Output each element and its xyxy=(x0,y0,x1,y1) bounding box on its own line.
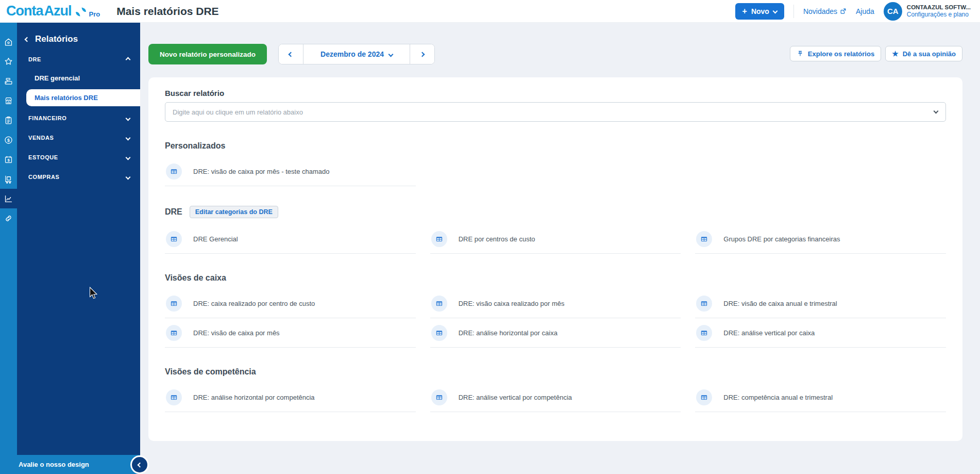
explore-reports-button[interactable]: Explore os relatórios xyxy=(790,46,881,61)
report-item[interactable]: DRE: análise horizontal por competência xyxy=(165,383,416,412)
top-header: Conta Azul Pro Mais relatórios DRE + Nov… xyxy=(0,0,980,23)
rail-star-icon[interactable] xyxy=(0,52,17,71)
period-label: Dezembro de 2024 xyxy=(320,50,384,58)
sidebar-title: Relatórios xyxy=(35,34,78,44)
report-section: Visões de caixa DRE: caixa realizado por… xyxy=(165,273,946,348)
avatar[interactable]: CA xyxy=(884,2,902,21)
svg-text:$: $ xyxy=(7,158,10,162)
report-item-label: DRE: competência anual e trimestral xyxy=(723,394,833,401)
sidebar: Relatórios DRE DRE gerencial Mais relató… xyxy=(17,23,140,474)
leaf-icon xyxy=(75,6,87,18)
report-item[interactable]: DRE por centros de custo xyxy=(430,224,681,254)
svg-text:$: $ xyxy=(7,137,10,142)
chevron-down-icon xyxy=(126,155,131,160)
star-icon: ★ xyxy=(892,50,899,58)
sidebar-group-estoque[interactable]: ESTOQUE xyxy=(17,148,140,167)
rail-clipboard-icon[interactable] xyxy=(0,110,17,130)
period-prev-button[interactable] xyxy=(279,44,303,64)
sidebar-item-mais-relatorios-dre[interactable]: Mais relatórios DRE xyxy=(26,89,140,106)
report-item[interactable]: DRE: visão de caixa anual e trimestral xyxy=(695,289,946,318)
account-name: CONTAAZUL SOFTW... xyxy=(907,4,971,11)
section-title: DRE xyxy=(165,207,182,217)
table-icon xyxy=(431,296,447,312)
rail-cart-icon[interactable] xyxy=(0,169,17,189)
rail-chart-icon[interactable] xyxy=(0,189,17,208)
report-items-grid: DRE: visão de caixa por mês - teste cham… xyxy=(165,157,946,186)
report-items-grid: DRE: análise horizontal por competência … xyxy=(165,383,946,412)
rail-link-icon[interactable] xyxy=(0,208,17,228)
header-divider xyxy=(793,5,794,18)
report-item[interactable]: DRE: visão caixa realizado por mês xyxy=(430,289,681,318)
report-item[interactable]: DRE: competência anual e trimestral xyxy=(695,383,946,412)
search-input[interactable] xyxy=(165,102,946,122)
new-custom-report-button[interactable]: Novo relatório personalizado xyxy=(148,44,267,64)
report-items-grid: DRE: caixa realizado por centro de custo… xyxy=(165,289,946,348)
novidades-link[interactable]: Novidades xyxy=(803,7,847,15)
report-item[interactable]: DRE: análise vertical por caixa xyxy=(695,318,946,348)
reports-card: Buscar relatório Personalizados DRE: vis… xyxy=(148,77,962,441)
sidebar-group-vendas[interactable]: VENDAS xyxy=(17,128,140,148)
table-icon xyxy=(166,389,182,405)
report-item-label: DRE por centros de custo xyxy=(459,235,535,243)
design-feedback-bar[interactable]: Avalie o nosso design xyxy=(0,455,140,474)
chevron-left-icon xyxy=(25,37,30,42)
report-item-label: DRE: visão de caixa por mês xyxy=(193,329,280,337)
rail-store-icon[interactable] xyxy=(0,91,17,110)
novo-button[interactable]: + Novo xyxy=(735,3,784,20)
ajuda-link[interactable]: Ajuda xyxy=(856,7,874,15)
report-item[interactable]: DRE Gerencial xyxy=(165,224,416,254)
sidebar-group-financeiro[interactable]: FINANCEIRO xyxy=(17,108,140,128)
rail-dollar-circle-icon[interactable]: $ xyxy=(0,130,17,150)
table-icon xyxy=(166,296,182,312)
sidebar-group-compras[interactable]: COMPRAS xyxy=(17,167,140,187)
chevron-down-icon xyxy=(126,174,131,179)
design-feedback-label: Avalie o nosso design xyxy=(19,461,89,468)
table-icon xyxy=(696,296,712,312)
period-dropdown[interactable]: Dezembro de 2024 xyxy=(303,44,410,64)
feedback-button[interactable]: ★ Dê a sua opinião xyxy=(885,46,962,61)
rail-cash-register-icon[interactable] xyxy=(0,71,17,91)
section-title: Personalizados xyxy=(165,141,225,151)
search-label: Buscar relatório xyxy=(165,89,946,97)
report-item[interactable]: Grupos DRE por categorias financeiras xyxy=(695,224,946,254)
report-section: Personalizados DRE: visão de caixa por m… xyxy=(165,141,946,186)
report-item-label: Grupos DRE por categorias financeiras xyxy=(723,235,840,243)
account-settings-link[interactable]: Configurações e plano xyxy=(907,11,971,19)
table-icon xyxy=(431,231,447,247)
sidebar-item-dre-gerencial[interactable]: DRE gerencial xyxy=(17,69,140,87)
report-section: DRE Editar categorias do DRE DRE Gerenci… xyxy=(165,206,946,254)
report-item-label: DRE: visão caixa realizado por mês xyxy=(459,300,565,307)
table-icon xyxy=(166,325,182,341)
report-sections: Personalizados DRE: visão de caixa por m… xyxy=(165,141,946,412)
rail-home-icon[interactable] xyxy=(0,32,17,52)
sidebar-collapse-button[interactable] xyxy=(130,455,149,474)
icon-rail: $ $ xyxy=(0,23,17,474)
section-title: Visões de competência xyxy=(165,367,256,377)
chevron-down-icon xyxy=(772,9,778,14)
report-item-label: DRE: análise horizontal por caixa xyxy=(459,329,557,337)
sidebar-back-header[interactable]: Relatórios xyxy=(17,23,140,50)
plus-icon: + xyxy=(742,7,747,16)
external-link-icon xyxy=(840,8,847,14)
chevron-right-icon xyxy=(420,52,425,57)
rail-calendar-dollar-icon[interactable]: $ xyxy=(0,150,17,169)
report-item[interactable]: DRE: análise vertical por competência xyxy=(430,383,681,412)
logo-text-azul: Azul xyxy=(44,3,72,19)
sidebar-group-dre[interactable]: DRE xyxy=(17,50,140,69)
table-icon xyxy=(696,389,712,405)
report-item[interactable]: DRE: caixa realizado por centro de custo xyxy=(165,289,416,318)
table-icon xyxy=(166,164,182,179)
report-section: Visões de competência DRE: análise horiz… xyxy=(165,367,946,412)
report-item-label: DRE Gerencial xyxy=(193,235,238,243)
report-item[interactable]: DRE: visão de caixa por mês xyxy=(165,318,416,348)
report-item[interactable]: DRE: visão de caixa por mês - teste cham… xyxy=(165,157,416,186)
contaazul-logo[interactable]: Conta Azul Pro xyxy=(6,3,100,19)
period-navigator: Dezembro de 2024 xyxy=(278,44,435,64)
chevron-down-icon xyxy=(126,116,131,121)
report-items-grid: DRE Gerencial DRE por centros de custo G… xyxy=(165,224,946,254)
main-content: Novo relatório personalizado Dezembro de… xyxy=(140,23,980,474)
period-next-button[interactable] xyxy=(410,44,434,64)
chevron-left-icon xyxy=(137,462,142,467)
edit-dre-categories-button[interactable]: Editar categorias do DRE xyxy=(190,206,278,218)
report-item[interactable]: DRE: análise horizontal por caixa xyxy=(430,318,681,348)
